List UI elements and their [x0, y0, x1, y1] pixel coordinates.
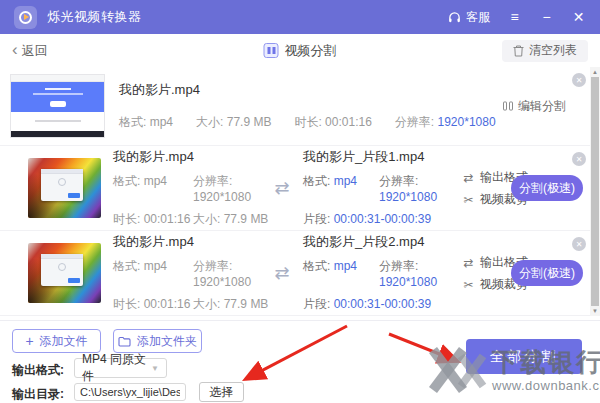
chevron-left-icon: ‹ [12, 41, 18, 58]
play-circle-icon [19, 11, 32, 24]
source-resolution: 分辨率: 1920*1080 [193, 258, 269, 289]
shuffle-icon: ⇄ [462, 255, 475, 269]
choose-dir-button[interactable]: 选择 [199, 382, 244, 402]
file-list: 我的影片.mp4 格式: mp4 大小: 77.9 MB 时长: 00:01:1… [0, 67, 600, 316]
output-format: 格式: mp4 [303, 258, 379, 289]
convert-arrows-icon: ⇄ [271, 262, 293, 284]
clear-list-button[interactable]: 清空列表 [502, 40, 588, 62]
toolbar: ‹ 返回 视频分割 清空列表 [0, 34, 600, 67]
back-label: 返回 [22, 42, 48, 60]
split-fast-button[interactable]: 分割(极速) [511, 260, 583, 286]
list-item-segment-1: 我的影片.mp4 格式: mp4 分辨率: 1920*1080 时长: 00:0… [0, 146, 600, 231]
source-size: 大小: 77.9 MB [193, 296, 268, 313]
footer-panel: + 添加文件 添加文件夹 输出格式: MP4 同原文件 ▼ 输出目录: 选择 全… [0, 320, 600, 403]
list-item-segment-2: 我的影片.mp4 格式: mp4 分辨率: 1920*1080 时长: 00:0… [0, 231, 600, 316]
output-segment-range: 片段: 00:00:31-00:00:39 [303, 211, 431, 228]
file-format: 格式: mp4 [119, 114, 173, 131]
source-file-name: 我的影片.mp4 [113, 233, 269, 251]
edit-split-button[interactable]: 编辑分割 [503, 98, 566, 115]
scrollbar-thumb[interactable] [591, 77, 599, 306]
output-resolution: 分辨率: 1920*1080 [379, 258, 461, 289]
plus-icon: + [25, 334, 33, 348]
file-info: 我的影片.mp4 格式: mp4 大小: 77.9 MB 时长: 00:01:1… [119, 81, 496, 131]
output-dir-input[interactable] [74, 383, 186, 401]
file-resolution: 分辨率: 1920*1080 [395, 114, 496, 131]
output-segment-range: 片段: 00:00:31-00:00:39 [303, 296, 431, 313]
remove-item-button[interactable]: ✕ [572, 152, 586, 166]
source-format: 格式: mp4 [113, 173, 193, 204]
clear-list-label: 清空列表 [529, 42, 577, 59]
video-thumbnail [28, 158, 101, 218]
video-thumbnail [10, 74, 105, 138]
split-edit-icon [503, 102, 513, 111]
source-resolution: 分辨率: 1920*1080 [193, 173, 269, 204]
video-thumbnail [28, 243, 101, 303]
file-name: 我的影片.mp4 [119, 81, 496, 99]
customer-service-button[interactable]: 客服 [448, 9, 490, 26]
titlebar-actions: 客服 ≡ − ✕ [448, 9, 586, 26]
app-logo-icon [14, 6, 37, 29]
output-resolution: 分辨率: 1920*1080 [379, 173, 461, 204]
add-file-label: 添加文件 [40, 333, 88, 350]
output-format-label: 输出格式: [12, 362, 64, 379]
close-small-icon: ✕ [576, 155, 583, 164]
add-folder-label: 添加文件夹 [137, 333, 197, 350]
scroll-down-icon[interactable]: ▼ [590, 306, 600, 316]
scroll-up-icon[interactable]: ▲ [590, 67, 600, 77]
source-duration: 时长: 00:01:16 [113, 296, 193, 313]
remove-item-button[interactable]: ✕ [572, 73, 586, 87]
page-title-label: 视频分割 [285, 42, 337, 60]
close-small-icon: ✕ [576, 76, 583, 85]
source-format: 格式: mp4 [113, 258, 193, 289]
output-format: 格式: mp4 [303, 173, 379, 204]
output-file-name: 我的影片_片段1.mp4 [303, 148, 461, 166]
output-file-name: 我的影片_片段2.mp4 [303, 233, 461, 251]
minimize-icon[interactable]: − [539, 10, 554, 24]
output-dir-label: 输出目录: [12, 386, 64, 403]
app-title: 烁光视频转换器 [47, 8, 142, 26]
source-size: 大小: 77.9 MB [193, 211, 268, 228]
source-file-name: 我的影片.mp4 [113, 148, 269, 166]
menu-icon[interactable]: ≡ [507, 10, 522, 24]
output-format-select[interactable]: MP4 同原文件 ▼ [74, 358, 167, 378]
headset-icon [448, 11, 461, 24]
edit-split-label: 编辑分割 [518, 98, 566, 115]
page-title: 视频分割 [264, 42, 337, 60]
chevron-down-icon: ▼ [151, 364, 159, 373]
video-split-icon [264, 43, 279, 58]
output-info: 我的影片_片段2.mp4 格式: mp4 分辨率: 1920*1080 片段: … [303, 233, 461, 313]
file-size: 大小: 77.9 MB [196, 114, 271, 131]
list-item-source: 我的影片.mp4 格式: mp4 大小: 77.9 MB 时长: 00:01:1… [0, 67, 600, 146]
customer-service-label: 客服 [466, 9, 490, 26]
app-window: 烁光视频转换器 客服 ≡ − ✕ ‹ 返回 视频分割 清空列表 [0, 0, 600, 403]
close-small-icon: ✕ [576, 240, 583, 249]
back-button[interactable]: ‹ 返回 [12, 42, 48, 60]
convert-arrows-icon: ⇄ [271, 177, 293, 199]
add-folder-button[interactable]: 添加文件夹 [113, 329, 202, 353]
add-file-button[interactable]: + 添加文件 [12, 329, 101, 353]
output-info: 我的影片_片段1.mp4 格式: mp4 分辨率: 1920*1080 片段: … [303, 148, 461, 228]
source-info: 我的影片.mp4 格式: mp4 分辨率: 1920*1080 时长: 00:0… [113, 233, 269, 313]
source-duration: 时长: 00:01:16 [113, 211, 193, 228]
file-duration: 时长: 00:01:16 [294, 114, 371, 131]
output-format-value: MP4 同原文件 [82, 351, 151, 385]
trash-icon [513, 45, 524, 57]
scissors-icon: ✂ [462, 192, 475, 206]
scissors-icon: ✂ [462, 277, 475, 291]
shuffle-icon: ⇄ [462, 170, 475, 184]
titlebar: 烁光视频转换器 客服 ≡ − ✕ [0, 0, 600, 34]
source-info: 我的影片.mp4 格式: mp4 分辨率: 1920*1080 时长: 00:0… [113, 148, 269, 228]
split-fast-button[interactable]: 分割(极速) [511, 175, 583, 201]
remove-item-button[interactable]: ✕ [572, 237, 586, 251]
scrollbar[interactable]: ▲ ▼ [590, 67, 600, 316]
folder-icon [118, 336, 131, 347]
close-icon[interactable]: ✕ [571, 10, 586, 24]
split-all-button[interactable]: 全部分割 [466, 339, 582, 374]
